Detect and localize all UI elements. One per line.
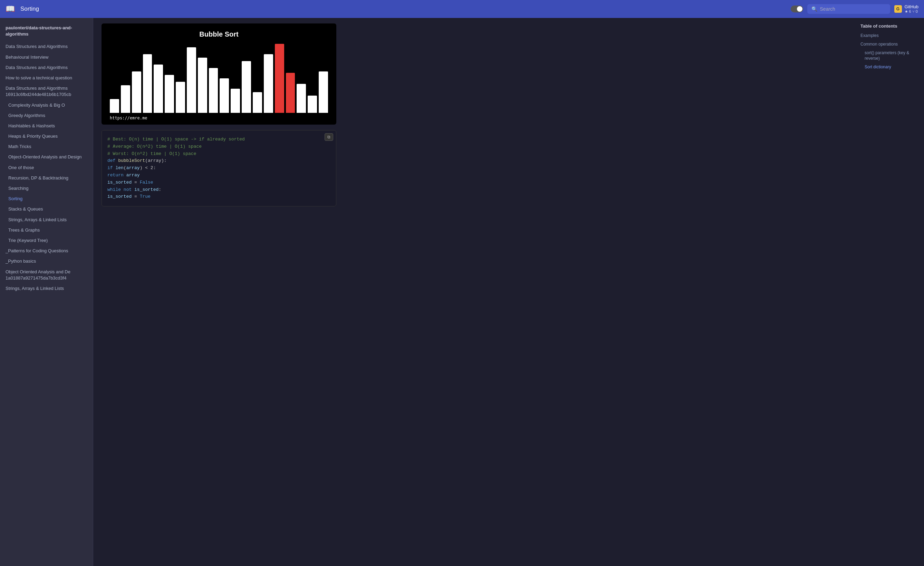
chart-bar xyxy=(220,78,229,113)
app-title: Sorting xyxy=(20,6,787,12)
code-line: # Worst: O(n^2) time | O(1) space xyxy=(107,150,330,158)
code-line: return array xyxy=(107,172,330,179)
code-line: is_sorted = True xyxy=(107,193,330,201)
app-header: 📖 Sorting 🔍 G GitHub ★ 6 ⑂ 0 xyxy=(0,0,924,18)
toc-item[interactable]: Examples xyxy=(861,33,918,39)
search-bar: 🔍 xyxy=(807,4,890,14)
chart-title: Bubble Sort xyxy=(107,30,331,38)
chart-bar xyxy=(242,61,251,113)
chart-bar xyxy=(275,44,284,113)
sidebar-item[interactable]: Greedy Algorithms xyxy=(0,111,93,121)
chart-bar xyxy=(209,68,218,113)
chart-bar xyxy=(253,92,262,113)
sidebar-item[interactable]: Searching xyxy=(0,183,93,194)
github-icon: G xyxy=(894,5,902,13)
sidebar-item[interactable]: One of those xyxy=(0,163,93,173)
copy-button[interactable]: ⧉ xyxy=(325,133,333,141)
bar-chart xyxy=(107,44,331,113)
sidebar-item[interactable]: How to solve a technical question xyxy=(0,73,93,83)
bubble-sort-chart-container: Bubble Sort https://emre.me xyxy=(102,24,336,124)
chart-url: https://emre.me xyxy=(107,115,331,120)
table-of-contents: Table of contents ExamplesCommon operati… xyxy=(855,18,924,566)
toc-item[interactable]: sort() parameters (key & reverse) xyxy=(861,50,918,62)
chart-bar xyxy=(121,85,130,113)
github-counts: ★ 6 ⑂ 0 xyxy=(904,9,918,14)
code-block: ⧉ # Best: O(n) time | O(1) space -> if a… xyxy=(102,130,336,207)
chart-bar xyxy=(110,99,119,113)
sidebar-item[interactable]: Heaps & Priority Queues xyxy=(0,131,93,142)
sidebar-item[interactable]: Trie (Keyword Tree) xyxy=(0,235,93,246)
sidebar-item[interactable]: Behavioural Interview xyxy=(0,52,93,63)
sidebar-item[interactable]: Math Tricks xyxy=(0,142,93,152)
code-line: def bubbleSort(array): xyxy=(107,157,330,165)
chart-bar xyxy=(132,72,141,113)
chart-bar xyxy=(176,82,185,113)
sidebar-item[interactable]: Recursion, DP & Backtracking xyxy=(0,173,93,183)
sidebar-item[interactable]: Sorting xyxy=(0,194,93,204)
chart-bar xyxy=(286,73,295,113)
sidebar-repo[interactable]: paulonteri/data-structures-and-algorithm… xyxy=(0,22,93,41)
code-line: if len(array) < 2: xyxy=(107,165,330,172)
main-content: Bubble Sort https://emre.me ⧉ # Best: O(… xyxy=(93,18,855,566)
chart-bar xyxy=(165,75,174,113)
sidebar-item[interactable]: Object Oriented Analysis and De 1a01887a… xyxy=(0,267,93,283)
toc-item[interactable]: Common operations xyxy=(861,41,918,47)
chart-bar xyxy=(297,84,306,113)
toc-item[interactable]: Sort dictionary xyxy=(861,64,918,70)
sidebar: paulonteri/data-structures-and-algorithm… xyxy=(0,18,93,566)
code-line: while not is_sorted: xyxy=(107,186,330,194)
toc-items: ExamplesCommon operationssort() paramete… xyxy=(861,33,918,70)
sidebar-item[interactable]: Data Structures and Algorithms 16913c6fb… xyxy=(0,83,93,100)
sidebar-item[interactable]: Stacks & Queues xyxy=(0,204,93,214)
github-stats: GitHub ★ 6 ⑂ 0 xyxy=(904,4,918,14)
sidebar-item[interactable]: Data Structures and Algorithms xyxy=(0,63,93,73)
chart-bar xyxy=(143,54,152,113)
chart-bar xyxy=(319,72,328,113)
sidebar-item[interactable]: Complexity Analysis & Big O xyxy=(0,100,93,111)
github-label: GitHub xyxy=(904,4,918,9)
sidebar-item[interactable]: Strings, Arrays & Linked Lists xyxy=(0,215,93,225)
code-lines: # Best: O(n) time | O(1) space -> if alr… xyxy=(107,136,330,201)
sidebar-item[interactable]: _Patterns for Coding Questions xyxy=(0,246,93,256)
sidebar-item[interactable]: Hashtables & Hashsets xyxy=(0,121,93,131)
toc-title: Table of contents xyxy=(861,24,918,28)
sidebar-item[interactable]: Data Structures and Algorithms xyxy=(0,41,93,52)
sidebar-items: Data Structures and AlgorithmsBehavioura… xyxy=(0,41,93,294)
chart-bar xyxy=(308,96,317,113)
code-line: is_sorted = False xyxy=(107,179,330,186)
chart-bar xyxy=(187,47,196,113)
search-icon: 🔍 xyxy=(812,6,817,12)
sidebar-item[interactable]: Object-Oriented Analysis and Design xyxy=(0,152,93,162)
logo-icon: 📖 xyxy=(6,4,15,13)
sidebar-item[interactable]: _Python basics xyxy=(0,256,93,267)
dark-mode-toggle[interactable] xyxy=(791,6,803,12)
github-area[interactable]: G GitHub ★ 6 ⑂ 0 xyxy=(894,4,918,14)
sidebar-item[interactable]: Strings, Arrays & Linked Lists xyxy=(0,283,93,294)
sidebar-item[interactable]: Trees & Graphs xyxy=(0,225,93,235)
chart-bar xyxy=(198,58,207,113)
code-line: # Average: O(n^2) time | O(1) space xyxy=(107,143,330,150)
chart-bar xyxy=(264,54,273,113)
chart-bar xyxy=(231,89,240,113)
code-line: # Best: O(n) time | O(1) space -> if alr… xyxy=(107,136,330,143)
chart-bar xyxy=(154,64,163,113)
search-input[interactable] xyxy=(820,6,882,12)
